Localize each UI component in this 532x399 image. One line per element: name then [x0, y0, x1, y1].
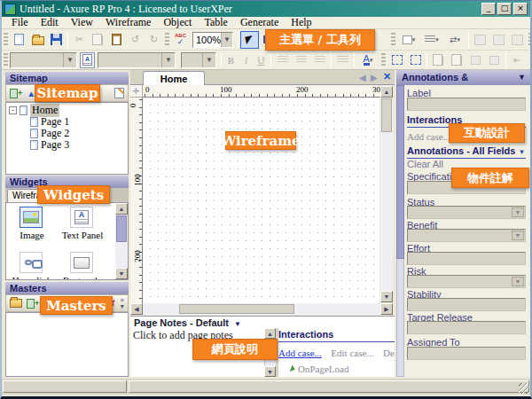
label-input[interactable]: [407, 98, 526, 111]
cut-button[interactable]: ✂: [70, 31, 89, 49]
menu-help[interactable]: Help: [285, 16, 317, 29]
widget-image[interactable]: [20, 207, 43, 228]
undo-button[interactable]: ↺: [126, 31, 145, 49]
scroll-thumb[interactable]: [116, 215, 127, 242]
toolbar-grip[interactable]: [528, 33, 532, 47]
page-notes-header[interactable]: Page Notes - Default ▼: [130, 316, 395, 328]
add-page-button[interactable]: +: [10, 89, 22, 98]
toolbar-grip[interactable]: [4, 53, 8, 67]
align-shape-left-button[interactable]: [471, 31, 489, 49]
pointer-tool-button[interactable]: ◤: [240, 31, 259, 49]
menu-wireframe[interactable]: Wireframe: [99, 16, 157, 29]
effort-input[interactable]: [407, 252, 526, 265]
new-button[interactable]: [10, 31, 28, 49]
tab-home[interactable]: Home: [143, 71, 205, 85]
align-center-button[interactable]: [292, 51, 310, 69]
select-arrow-icon[interactable]: ▼: [512, 207, 524, 217]
underline-button[interactable]: U: [254, 51, 269, 69]
font-size-combobox[interactable]: ▼: [181, 52, 216, 68]
delete-case-link[interactable]: Delete case...: [383, 348, 395, 358]
onpageload-event[interactable]: OnPageLoad: [298, 364, 348, 374]
edit-case-link[interactable]: Edit case...: [331, 348, 373, 358]
select-arrow-icon[interactable]: ▼: [512, 231, 524, 240]
wireframe-canvas[interactable]: [143, 98, 379, 303]
font-dropdown-arrow[interactable]: ▼: [63, 53, 76, 67]
maximize-button[interactable]: □: [497, 3, 512, 15]
assigned-to-input[interactable]: [407, 347, 526, 360]
distribute-h-button[interactable]: ⇤: [508, 51, 527, 69]
widget-hyperlink[interactable]: [20, 252, 43, 273]
spellcheck-button[interactable]: ABC ✓: [171, 31, 190, 49]
menu-view[interactable]: View: [65, 16, 99, 29]
font-style-combobox[interactable]: ▼: [98, 52, 176, 68]
align-right-button[interactable]: [310, 51, 329, 69]
clear-all-link[interactable]: Clear All: [407, 159, 443, 169]
menu-table[interactable]: Table: [198, 16, 233, 29]
scroll-down-icon[interactable]: ▼: [115, 268, 128, 279]
prev-tab-icon[interactable]: ◀: [359, 73, 366, 82]
distribute-v-button[interactable]: ⇥: [527, 51, 532, 69]
align-shape-center-button[interactable]: [489, 31, 508, 49]
menu-file[interactable]: File: [5, 16, 35, 29]
scroll-thumb[interactable]: [381, 98, 392, 132]
scroll-down-icon[interactable]: ▼: [264, 366, 276, 377]
edit-page-button[interactable]: [114, 88, 124, 98]
arrow-style-button[interactable]: ⇄ ▾: [443, 31, 466, 49]
font-family-combobox[interactable]: ▼: [10, 52, 77, 68]
add-case-link[interactable]: Add case...: [278, 348, 322, 358]
canvas-hscrollbar[interactable]: ◀ ▶: [130, 303, 393, 315]
scroll-up-icon[interactable]: ▲: [115, 203, 128, 215]
send-backward-button[interactable]: [485, 51, 504, 69]
menu-edit[interactable]: Edit: [35, 16, 65, 29]
add-master-button[interactable]: +: [27, 299, 39, 309]
scroll-up-icon[interactable]: ▲: [380, 86, 393, 98]
toolbar-grip[interactable]: [4, 33, 8, 47]
paste-button[interactable]: [107, 31, 126, 49]
ungroup-button[interactable]: [406, 51, 425, 69]
toolbar-grip[interactable]: [381, 53, 386, 67]
menu-generate[interactable]: Generate: [234, 16, 285, 29]
open-button[interactable]: [28, 31, 47, 49]
menu-object[interactable]: Object: [157, 16, 198, 29]
group-button[interactable]: [387, 51, 406, 69]
style-dropdown-arrow[interactable]: ▼: [161, 53, 175, 67]
toolbar-grip[interactable]: [165, 33, 169, 47]
scroll-down-icon[interactable]: ▼: [380, 291, 393, 302]
close-button[interactable]: ×: [513, 3, 528, 15]
next-tab-icon[interactable]: ▶: [371, 73, 378, 82]
bullet-list-button[interactable]: [333, 51, 352, 69]
tree-item-page3[interactable]: Page 3: [6, 139, 128, 151]
save-button[interactable]: [47, 31, 66, 49]
masters-list[interactable]: [5, 312, 129, 377]
all-fields-dropdown-icon[interactable]: ▼: [519, 148, 526, 156]
scroll-thumb[interactable]: [179, 304, 294, 314]
scroll-up-icon[interactable]: ▲: [264, 328, 276, 339]
copy-button[interactable]: [89, 31, 107, 49]
toolbar-grip[interactable]: [391, 33, 395, 47]
canvas-vscrollbar[interactable]: ▲ ▼: [380, 86, 393, 302]
zoom-combobox[interactable]: 100% ▼: [192, 32, 233, 48]
style-editor-button[interactable]: A: [80, 52, 95, 68]
widget-text-panel[interactable]: A: [70, 207, 93, 228]
minimize-button[interactable]: _: [481, 3, 496, 15]
rp-add-case-link[interactable]: Add case...: [407, 131, 450, 142]
align-shape-right-button[interactable]: [508, 31, 527, 49]
masters-overflow-button[interactable]: »▾: [121, 297, 124, 309]
widget-rectangle[interactable]: [70, 252, 93, 273]
zoom-dropdown-arrow[interactable]: ▼: [221, 33, 232, 47]
italic-button[interactable]: I: [239, 51, 254, 69]
bring-forward-button[interactable]: [466, 51, 485, 69]
widgets-scrollbar[interactable]: ▲ ▼: [115, 203, 128, 279]
stability-input[interactable]: [407, 298, 526, 311]
benefit-select[interactable]: ▼: [407, 229, 526, 242]
page-notes-dropdown-icon[interactable]: ▼: [234, 320, 241, 328]
send-to-back-button[interactable]: [448, 51, 466, 69]
scroll-left-icon[interactable]: ◀: [130, 303, 143, 315]
risk-select[interactable]: ▼: [407, 275, 526, 288]
scroll-right-icon[interactable]: ▶: [380, 303, 393, 315]
collapse-icon[interactable]: -: [9, 106, 17, 114]
redo-button[interactable]: ↻: [145, 31, 163, 49]
masters-folder-icon[interactable]: [10, 299, 22, 308]
status-select[interactable]: ▼: [407, 206, 526, 219]
bold-button[interactable]: B: [223, 51, 239, 69]
